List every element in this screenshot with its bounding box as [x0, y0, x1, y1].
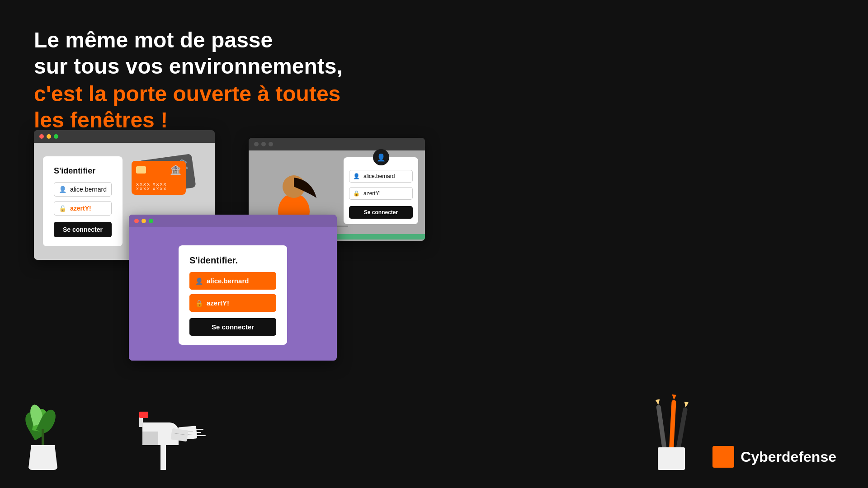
headline-line2: c'est la porte ouverte à toutes les fenê…	[34, 81, 350, 133]
speed-line-3	[194, 435, 206, 436]
headline: Le même mot de passe sur tous vos enviro…	[34, 27, 350, 133]
credit-card-front: 🏦 XXXX XXXX XXXX XXXX	[132, 161, 186, 195]
pencil-tip-2	[672, 394, 677, 400]
logo-square	[712, 446, 734, 468]
card-numbers-front: XXXX XXXX XXXX XXXX	[136, 182, 181, 191]
dot-3-3	[269, 142, 273, 146]
headline-line1: Le même mot de passe sur tous vos enviro…	[34, 27, 350, 79]
password-field-2: 🔒 azertY!	[189, 294, 276, 312]
dot-red-2	[134, 219, 139, 223]
pencil-holder-decoration	[651, 402, 696, 470]
lock-icon-3: 🔒	[353, 190, 360, 197]
pencil-tip-3	[684, 402, 689, 408]
lock-icon-2: 🔒	[195, 300, 203, 307]
user-icon-2: 👤	[195, 277, 203, 285]
pencil-2	[669, 400, 676, 450]
pencil-3	[676, 407, 688, 450]
mailbox-flag	[139, 412, 148, 418]
dot-yellow-2	[142, 219, 146, 223]
credit-card-container: 🏦 XXXX XXXX XXXX XXXX 🏦 XXXX XXXX XXXX X…	[132, 161, 204, 206]
password-field-1: 🔒 azertY!	[54, 201, 112, 216]
login-card-2: S'identifier. 👤 alice.bernard 🔒 azertY! …	[179, 245, 287, 345]
cyberdefense-logo: Cyberdefense	[712, 446, 836, 468]
speed-line-2	[194, 432, 201, 433]
dot-red-1	[39, 134, 44, 139]
dot-1-3	[254, 142, 259, 146]
lock-icon-1: 🔒	[59, 205, 66, 212]
card-chip-front	[136, 166, 146, 174]
user-icon-3: 👤	[353, 173, 360, 179]
mailbox-decoration	[136, 411, 199, 470]
speed-lines	[194, 429, 206, 436]
pencil-tip-1	[655, 399, 660, 405]
plant-stem	[42, 429, 44, 447]
login-card-1: S'identifier 👤 alice.bernard 🔒 azertY! S…	[43, 156, 123, 246]
login-title-2: S'identifier.	[189, 255, 276, 266]
username-field-1: 👤 alice.bernard	[54, 182, 112, 197]
plant-decoration	[18, 398, 68, 470]
mailbox-post	[160, 443, 166, 470]
mailbox-door	[142, 432, 158, 445]
win3-login-overlay: 👤 👤 alice.bernard 🔒 azertY! Se connecter	[344, 157, 418, 224]
plant-pot	[28, 445, 58, 470]
browser-bar-2	[129, 215, 337, 227]
username-field-3: 👤 alice.bernard	[349, 170, 413, 183]
login-button-3[interactable]: Se connecter	[349, 206, 413, 219]
logo-text: Cyberdefense	[741, 449, 836, 465]
dot-2-3	[261, 142, 266, 146]
password-field-3: 🔒 azertY!	[349, 187, 413, 200]
login-card-3: 👤 👤 alice.bernard 🔒 azertY! Se connecter	[344, 157, 418, 224]
browser-bar-1	[34, 130, 215, 143]
login-title-1: S'identifier	[54, 166, 112, 176]
login-button-2[interactable]: Se connecter	[189, 318, 276, 336]
pencil-1	[656, 404, 667, 450]
dot-green-2	[149, 219, 153, 223]
browser-content-2: S'identifier. 👤 alice.bernard 🔒 azertY! …	[129, 227, 337, 361]
speed-line-1	[194, 429, 203, 430]
user-icon-1: 👤	[59, 186, 66, 193]
browser-window-2: S'identifier. 👤 alice.bernard 🔒 azertY! …	[129, 215, 337, 361]
avatar-3: 👤	[373, 149, 389, 165]
dot-yellow-1	[47, 134, 51, 139]
dot-green-1	[54, 134, 58, 139]
login-button-1[interactable]: Se connecter	[54, 222, 112, 237]
browser-bar-3	[249, 138, 425, 150]
envelope-2	[170, 428, 188, 442]
pencil-cup	[658, 447, 685, 470]
username-field-2: 👤 alice.bernard	[189, 272, 276, 290]
